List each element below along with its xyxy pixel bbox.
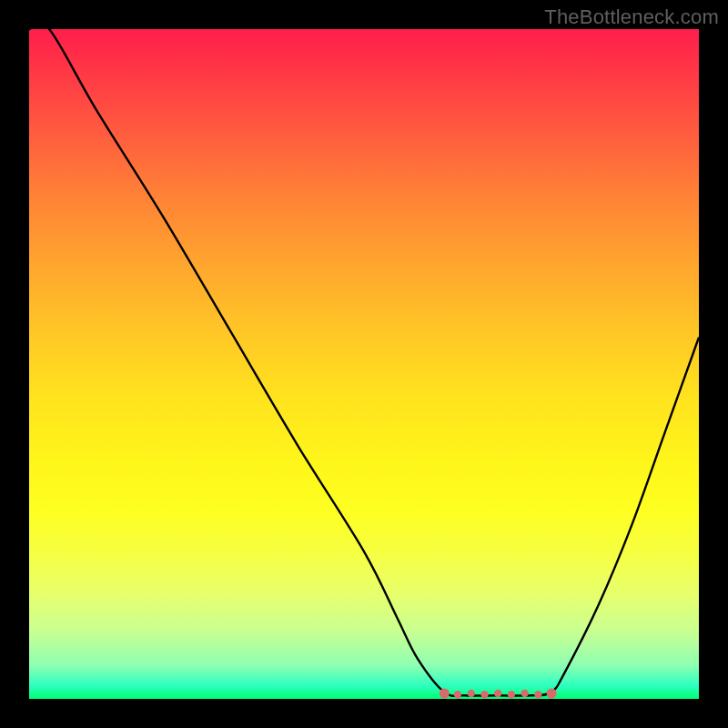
optimal-markers — [440, 689, 557, 699]
optimal-marker-dot — [440, 689, 450, 699]
plot-area — [29, 29, 699, 699]
chart-frame: TheBottleneck.com — [0, 0, 728, 728]
optimal-marker-dot — [480, 691, 488, 698]
bottleneck-curve — [29, 29, 699, 696]
optimal-marker-dot — [534, 691, 541, 698]
optimal-marker-dot — [508, 691, 515, 698]
optimal-marker-dot — [494, 690, 501, 697]
optimal-marker-dot — [468, 690, 475, 697]
optimal-marker-dot — [547, 689, 557, 699]
optimal-marker-dot — [521, 690, 528, 697]
curve-layer — [29, 29, 699, 699]
watermark-text: TheBottleneck.com — [544, 5, 719, 29]
optimal-marker-dot — [454, 691, 461, 698]
